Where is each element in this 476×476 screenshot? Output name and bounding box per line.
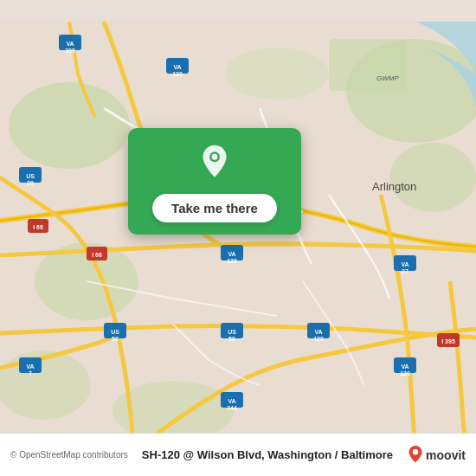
svg-point-5 bbox=[225, 48, 329, 100]
svg-point-1 bbox=[9, 82, 130, 169]
svg-text:VA: VA bbox=[401, 363, 408, 370]
moovit-logo: moovit bbox=[407, 445, 466, 466]
svg-text:I 66: I 66 bbox=[92, 252, 102, 258]
svg-point-52 bbox=[413, 449, 418, 454]
svg-text:309: 309 bbox=[65, 48, 75, 54]
map-background: VA 309 VA 120 US 29 I 66 I 66 VA 120 VA … bbox=[0, 0, 476, 476]
svg-text:I 66: I 66 bbox=[33, 224, 43, 230]
svg-text:VA: VA bbox=[314, 329, 322, 335]
svg-point-51 bbox=[212, 154, 218, 160]
moovit-brand-text: moovit bbox=[426, 448, 466, 462]
svg-text:120: 120 bbox=[172, 71, 183, 77]
bottom-bar: © OpenStreetMap contributors SH-120 @ Wi… bbox=[0, 433, 476, 476]
map-attribution: © OpenStreetMap contributors bbox=[10, 450, 128, 460]
take-me-there-button[interactable]: Take me there bbox=[152, 194, 277, 222]
svg-rect-4 bbox=[329, 39, 407, 91]
svg-text:7: 7 bbox=[29, 370, 32, 376]
svg-text:US: US bbox=[26, 173, 35, 179]
location-pin-icon bbox=[196, 144, 234, 182]
svg-text:VA: VA bbox=[66, 41, 74, 47]
svg-text:120: 120 bbox=[400, 370, 410, 376]
svg-text:27: 27 bbox=[402, 268, 408, 274]
svg-text:50: 50 bbox=[112, 336, 119, 342]
svg-point-7 bbox=[0, 351, 91, 420]
svg-text:VA: VA bbox=[173, 64, 181, 70]
moovit-pin-icon bbox=[407, 445, 424, 466]
location-title: SH-120 @ Wilson Blvd, Washington / Balti… bbox=[128, 448, 407, 461]
svg-text:50: 50 bbox=[228, 336, 235, 342]
svg-text:120: 120 bbox=[227, 258, 237, 264]
svg-text:VA: VA bbox=[26, 363, 34, 370]
svg-text:I 395: I 395 bbox=[441, 338, 455, 344]
svg-text:US: US bbox=[228, 329, 236, 335]
svg-text:244: 244 bbox=[227, 405, 237, 411]
svg-text:VA: VA bbox=[228, 398, 235, 404]
svg-text:Arlington: Arlington bbox=[372, 180, 416, 193]
svg-text:VA: VA bbox=[401, 261, 408, 267]
svg-text:US: US bbox=[111, 329, 119, 335]
action-card: Take me there bbox=[128, 128, 301, 235]
map-container: VA 309 VA 120 US 29 I 66 I 66 VA 120 VA … bbox=[0, 0, 476, 476]
svg-text:120: 120 bbox=[313, 336, 324, 342]
svg-text:29: 29 bbox=[27, 180, 34, 186]
svg-text:GWMP: GWMP bbox=[376, 74, 399, 82]
svg-point-3 bbox=[389, 143, 476, 212]
svg-text:VA: VA bbox=[228, 251, 235, 257]
